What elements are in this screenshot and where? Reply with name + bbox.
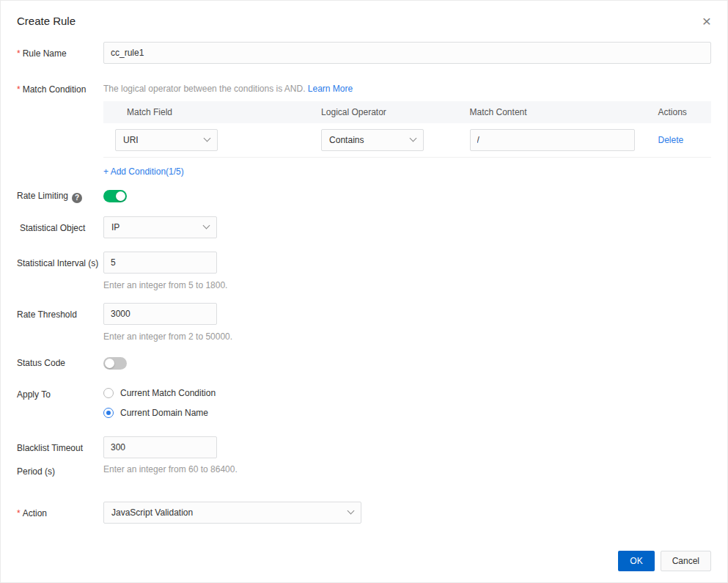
cancel-button[interactable]: Cancel — [661, 551, 711, 571]
status-code-label: Status Code — [17, 356, 103, 369]
blacklist-timeout-row: Blacklist Timeout Period (s) Enter an in… — [17, 436, 711, 483]
rule-name-label: *Rule Name — [17, 42, 103, 59]
match-condition-table: Match Field Logical Operator Match Conte… — [103, 101, 711, 158]
chevron-down-icon — [203, 222, 210, 230]
chevron-down-icon — [410, 135, 417, 142]
statistical-object-select[interactable]: IP — [103, 216, 217, 238]
blacklist-timeout-input[interactable] — [103, 436, 217, 458]
required-marker: * — [17, 84, 21, 95]
rate-threshold-hint: Enter an integer from 2 to 50000. — [103, 331, 711, 343]
action-select[interactable]: JavaScript Validation — [103, 502, 361, 524]
rate-limiting-label: Rate Limiting? — [17, 188, 103, 203]
learn-more-link[interactable]: Learn More — [308, 84, 353, 94]
match-field-select[interactable]: URI — [115, 129, 218, 151]
apply-to-option-domain-name[interactable]: Current Domain Name — [103, 408, 711, 418]
statistical-interval-hint: Enter an integer from 5 to 1800. — [103, 279, 711, 292]
rule-name-row: *Rule Name — [17, 42, 711, 64]
close-icon[interactable]: × — [702, 15, 711, 28]
blacklist-timeout-label: Blacklist Timeout Period (s) — [17, 436, 103, 483]
action-row: *Action JavaScript Validation — [17, 502, 711, 524]
match-condition-label: *Match Condition — [17, 83, 103, 95]
add-condition-link[interactable]: + Add Condition(1/5) — [103, 166, 184, 177]
match-condition-row: *Match Condition The logical operator be… — [17, 83, 711, 177]
rule-name-input[interactable] — [103, 42, 711, 64]
rate-limiting-toggle[interactable] — [103, 190, 127, 202]
required-marker: * — [17, 508, 21, 518]
apply-to-row: Apply To Current Match Condition Current… — [17, 388, 711, 418]
statistical-interval-label: Statistical Interval (s) — [17, 252, 103, 269]
page-title: Create Rule — [17, 15, 76, 27]
condition-row: URI Contains — [103, 123, 711, 157]
condition-header-row: Match Field Logical Operator Match Conte… — [103, 101, 711, 123]
statistical-interval-row: Statistical Interval (s) Enter an intege… — [17, 252, 711, 292]
create-rule-form: *Rule Name *Match Condition The logical … — [1, 28, 727, 524]
required-marker: * — [17, 48, 21, 59]
radio-icon[interactable] — [103, 388, 114, 398]
action-label: *Action — [17, 502, 103, 519]
match-condition-description: The logical operator between the conditi… — [103, 83, 711, 95]
header-actions: Actions — [647, 101, 711, 123]
header-match-content: Match Content — [458, 101, 647, 123]
header-logical-operator: Logical Operator — [309, 101, 457, 123]
chevron-down-icon — [348, 507, 355, 515]
status-code-row: Status Code — [17, 356, 711, 372]
create-rule-dialog: Create Rule × *Rule Name *Match Conditio… — [0, 0, 728, 583]
rate-threshold-input[interactable] — [103, 303, 217, 325]
status-code-toggle[interactable] — [103, 357, 127, 370]
radio-icon[interactable] — [103, 408, 114, 418]
rate-threshold-label: Rate Threshold — [17, 303, 103, 320]
match-content-input[interactable] — [470, 129, 635, 151]
statistical-object-row: Statistical Object IP — [17, 216, 711, 238]
logical-operator-select[interactable]: Contains — [321, 129, 424, 151]
blacklist-timeout-hint: Enter an integer from 60 to 86400. — [103, 463, 711, 476]
apply-to-option-match-condition[interactable]: Current Match Condition — [103, 388, 711, 398]
dialog-header: Create Rule × — [1, 1, 727, 28]
ok-button[interactable]: OK — [618, 551, 654, 571]
rate-threshold-row: Rate Threshold Enter an integer from 2 t… — [17, 303, 711, 343]
rate-limiting-row: Rate Limiting? — [17, 188, 711, 205]
header-match-field: Match Field — [103, 101, 309, 123]
apply-to-label: Apply To — [17, 388, 103, 400]
dialog-footer: OK Cancel — [618, 551, 711, 571]
delete-link[interactable]: Delete — [658, 135, 684, 145]
chevron-down-icon — [204, 135, 211, 142]
statistical-object-label: Statistical Object — [17, 216, 103, 234]
statistical-interval-input[interactable] — [103, 252, 217, 274]
help-icon[interactable]: ? — [72, 193, 82, 203]
